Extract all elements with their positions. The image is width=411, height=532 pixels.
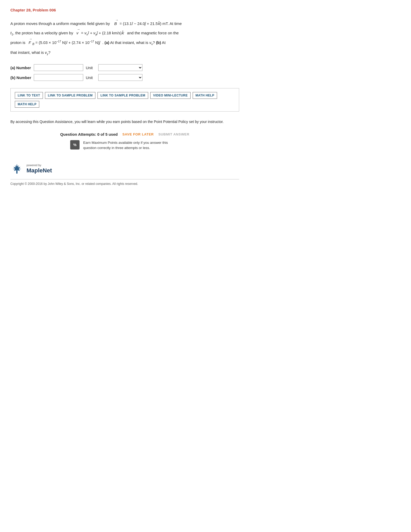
maplenet-brand: MapleNet <box>27 167 52 174</box>
input-b[interactable] <box>34 74 83 81</box>
assistance-text: By accessing this Question Assistance, y… <box>10 119 239 125</box>
link-row-1: LINK TO TEXT LINK TO SAMPLE PROBLEM LINK… <box>15 92 235 99</box>
math-help-button-1[interactable]: MATH HELP <box>193 92 217 99</box>
links-box: LINK TO TEXT LINK TO SAMPLE PROBLEM LINK… <box>10 88 239 112</box>
chapter-title: Chapter 28, Problem 006 <box>10 8 239 12</box>
video-mini-lecture-button[interactable]: VIDEO MINI-LECTURE <box>150 92 191 99</box>
attempts-label: Question Attempts: 0 of 5 used <box>60 132 118 137</box>
question-attempts-row: Question Attempts: 0 of 5 used SAVE FOR … <box>10 132 239 137</box>
link-to-sample-button-1[interactable]: LINK TO SAMPLE PROBLEM <box>45 92 95 99</box>
unit-select-b[interactable] <box>98 74 142 81</box>
problem-text-2: t1, the proton has a velocity given by →… <box>10 29 239 38</box>
link-row-2: MATH HELP <box>15 101 235 108</box>
save-for-later-button[interactable]: SAVE FOR LATER <box>122 132 154 136</box>
problem-text-4: that instant, what is vy? <box>10 48 239 57</box>
input-a[interactable] <box>34 64 83 71</box>
math-help-button-2[interactable]: MATH HELP <box>15 101 39 108</box>
answer-row-b: (b) Number Unit <box>10 74 239 81</box>
link-to-text-button[interactable]: LINK TO TEXT <box>15 92 43 99</box>
copyright-bar: Copyright © 2000-2016 by John Wiley & So… <box>10 179 239 186</box>
percent-icon: % <box>70 140 80 150</box>
label-a: (a) Number <box>10 66 31 70</box>
earn-points-text: Earn Maximum Points available only if yo… <box>83 140 179 151</box>
velocity-equation: → v = vxî + vyĵ + (2.18 km/s)k̂ <box>76 31 125 35</box>
force-equation: → F B = (5.03 × 10−17 N)î + (2.74 × 10−1… <box>29 40 101 45</box>
earn-points-box: % Earn Maximum Points available only if … <box>70 140 179 151</box>
answer-row-a: (a) Number Unit <box>10 64 239 71</box>
b-field-equation: → B = (13.1î − 24.0ĵ + 21.5k̂) mT. At ti… <box>114 21 182 26</box>
problem-text-1: A proton moves through a uniform magneti… <box>10 20 239 28</box>
unit-label-b: Unit <box>86 75 96 80</box>
answer-section: (a) Number Unit (b) Number Unit <box>10 64 239 81</box>
link-to-sample-button-2[interactable]: LINK TO SAMPLE PROBLEM <box>97 92 148 99</box>
svg-marker-0 <box>12 164 21 174</box>
intro-text: A proton moves through a uniform magneti… <box>10 21 110 26</box>
submit-answer-button[interactable]: SUBMIT ANSWER <box>158 132 189 136</box>
powered-by-label: powered by <box>27 164 52 167</box>
maple-logo <box>10 164 23 174</box>
unit-label-a: Unit <box>86 66 96 70</box>
label-b: (b) Number <box>10 75 31 80</box>
problem-text-3: proton is → F B = (5.03 × 10−17 N)î + (2… <box>10 38 239 47</box>
maple-text-group: powered by MapleNet <box>27 164 52 174</box>
maplenet-section: powered by MapleNet <box>10 164 239 174</box>
unit-select-a[interactable] <box>98 64 142 71</box>
